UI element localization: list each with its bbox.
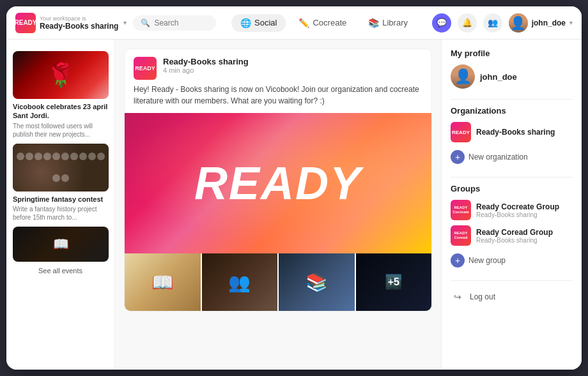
new-group-button[interactable]: + New group bbox=[451, 251, 573, 270]
org-logo: READY bbox=[451, 122, 471, 142]
event-desc: Write a fantasy history project before 1… bbox=[13, 205, 108, 222]
post-text: Hey! Ready - Books sharing is now on Vic… bbox=[125, 84, 431, 113]
list-item[interactable]: READYCocreate Ready Cocreate Group Ready… bbox=[451, 200, 573, 220]
photo-library: 📚 bbox=[279, 253, 355, 311]
avatar bbox=[509, 13, 528, 33]
workspace-label: Your workspace is bbox=[40, 15, 118, 22]
new-group-label: New group bbox=[468, 256, 506, 265]
add-icon: + bbox=[451, 253, 465, 267]
organizations-section: Organizations READY Ready-Books sharing … bbox=[451, 106, 573, 167]
group-info: Ready Cocreate Group Ready-Books sharing bbox=[476, 202, 559, 218]
crowd-pattern bbox=[13, 144, 109, 192]
divider bbox=[451, 280, 573, 281]
search-icon: 🔍 bbox=[141, 19, 150, 27]
cocreate-icon: ✏️ bbox=[298, 18, 309, 28]
user-name: john_doe bbox=[532, 19, 566, 27]
photo-grid: 📖 👥 📚 🏙️ +5 bbox=[125, 253, 431, 311]
photo-dark: 🏙️ +5 bbox=[356, 253, 432, 311]
event-title: Springtime fantasy contest bbox=[13, 195, 108, 204]
post-meta: Ready-Books sharing 4 min ago bbox=[163, 57, 422, 74]
tab-library-label: Library bbox=[382, 18, 408, 27]
post-time: 4 min ago bbox=[163, 66, 422, 74]
photo-people-group: 👥 bbox=[202, 253, 278, 311]
workspace-chevron-icon: ▾ bbox=[123, 19, 127, 26]
tab-library[interactable]: 📚 Library bbox=[359, 14, 417, 32]
workspace-area[interactable]: READY Your workspace is Ready-Books shar… bbox=[15, 13, 127, 33]
workspace-logo-text: READY bbox=[15, 19, 37, 26]
organizations-title: Organizations bbox=[451, 106, 573, 116]
group-cocreate-logo: READYCocreate bbox=[451, 200, 471, 220]
workspace-logo: READY bbox=[15, 13, 36, 33]
event-title: Vicobook celebrates 23 april Sant Jordi. bbox=[13, 102, 108, 121]
logout-label: Log out bbox=[470, 292, 495, 301]
list-item[interactable]: 📖 bbox=[13, 227, 108, 262]
add-icon: + bbox=[451, 150, 465, 164]
event-crowd-image bbox=[13, 144, 109, 192]
photo-item-2: 👥 bbox=[202, 253, 278, 311]
tab-social-label: Social bbox=[254, 18, 277, 27]
org-name: Ready-Books sharing bbox=[476, 128, 555, 137]
social-icon: 🌐 bbox=[240, 18, 251, 28]
center-feed: READY Ready-Books sharing 4 min ago Hey!… bbox=[115, 40, 441, 370]
group-name: Ready Coread Group bbox=[476, 228, 553, 237]
groups-section: Groups READYCocreate Ready Cocreate Grou… bbox=[451, 184, 573, 270]
search-input[interactable] bbox=[154, 19, 205, 27]
new-organization-button[interactable]: + New organization bbox=[451, 147, 573, 167]
search-bar[interactable]: 🔍 bbox=[133, 15, 216, 31]
list-item[interactable]: READYCoread Ready Coread Group Ready-Boo… bbox=[451, 225, 573, 246]
notifications-button[interactable]: 🔔 bbox=[458, 13, 477, 33]
new-org-label: New organization bbox=[468, 153, 528, 162]
post-org-name: Ready-Books sharing bbox=[163, 57, 422, 66]
top-nav: READY Your workspace is Ready-Books shar… bbox=[6, 6, 582, 40]
photo-item-4: 🏙️ +5 bbox=[356, 253, 432, 311]
my-profile-section: My profile 👤 john_doe bbox=[451, 49, 573, 89]
tab-social[interactable]: 🌐 Social bbox=[231, 14, 286, 32]
messages-button[interactable]: 💬 bbox=[432, 13, 451, 33]
people-button[interactable]: 👥 bbox=[483, 13, 502, 33]
logout-button[interactable]: ↪ Log out bbox=[451, 287, 573, 306]
nav-tabs: 🌐 Social ✏️ Cocreate 📚 Library bbox=[222, 14, 425, 32]
photo-item-3: 📚 bbox=[279, 253, 355, 311]
user-chevron-icon: ▾ bbox=[569, 19, 573, 26]
list-item[interactable]: READY Ready-Books sharing bbox=[451, 122, 573, 142]
avatar: 👤 bbox=[451, 64, 475, 89]
logout-icon: ↪ bbox=[451, 290, 465, 304]
divider bbox=[451, 177, 573, 177]
main-content: Vicobook celebrates 23 april Sant Jordi.… bbox=[6, 40, 582, 370]
photo-item-1: 📖 bbox=[125, 253, 201, 311]
list-item[interactable]: Springtime fantasy contest Write a fanta… bbox=[13, 144, 108, 222]
post-header: READY Ready-Books sharing 4 min ago bbox=[125, 49, 431, 84]
banner-text: READY bbox=[194, 157, 362, 209]
group-org: Ready-Books sharing bbox=[476, 237, 553, 244]
group-name: Ready Cocreate Group bbox=[476, 202, 559, 211]
divider bbox=[451, 99, 573, 100]
groups-title: Groups bbox=[451, 184, 573, 193]
avatar-image: 👤 bbox=[451, 64, 475, 89]
list-item[interactable]: Vicobook celebrates 23 april Sant Jordi.… bbox=[13, 51, 108, 139]
library-icon: 📚 bbox=[368, 18, 379, 28]
group-coread-logo: READYCoread bbox=[451, 225, 471, 246]
left-sidebar: Vicobook celebrates 23 april Sant Jordi.… bbox=[6, 40, 115, 370]
event-dark-image: 📖 bbox=[13, 227, 109, 262]
photo-people-reading: 📖 bbox=[125, 253, 201, 311]
avatar-image bbox=[509, 13, 528, 33]
post-banner: READY bbox=[125, 113, 431, 253]
workspace-text: Your workspace is Ready-Books sharing bbox=[40, 15, 118, 31]
photo-more-count: +5 bbox=[356, 253, 432, 311]
event-desc: The most followed users will publish the… bbox=[13, 122, 108, 139]
post-org-logo: READY bbox=[134, 57, 157, 80]
nav-right: 💬 🔔 👥 john_doe ▾ bbox=[432, 13, 573, 33]
tab-cocreate[interactable]: ✏️ Cocreate bbox=[290, 14, 355, 32]
workspace-name: Ready-Books sharing bbox=[40, 22, 118, 31]
post-card: READY Ready-Books sharing 4 min ago Hey!… bbox=[124, 49, 432, 312]
tab-cocreate-label: Cocreate bbox=[313, 18, 346, 27]
device-frame: READY Your workspace is Ready-Books shar… bbox=[6, 6, 582, 370]
group-info: Ready Coread Group Ready-Books sharing bbox=[476, 228, 553, 244]
see-all-events-link[interactable]: See all events bbox=[6, 267, 114, 274]
group-org: Ready-Books sharing bbox=[476, 211, 559, 218]
right-panel: My profile 👤 john_doe Organizations READ… bbox=[441, 40, 582, 370]
profile-name: john_doe bbox=[480, 72, 517, 82]
profile-row[interactable]: 👤 john_doe bbox=[451, 64, 573, 89]
event-rose-image bbox=[13, 51, 109, 99]
user-area[interactable]: john_doe ▾ bbox=[509, 13, 573, 33]
